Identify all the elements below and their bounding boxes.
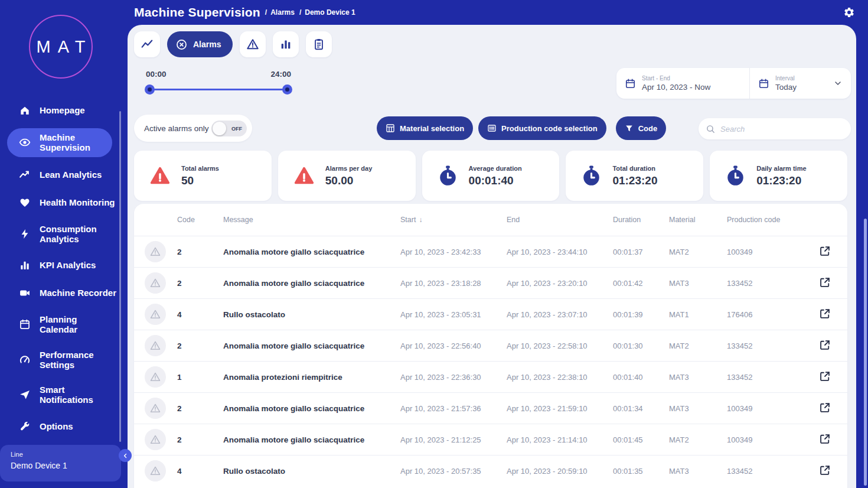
settings-gear-icon[interactable] (843, 6, 855, 18)
column-end[interactable]: End (507, 216, 613, 224)
app-logo: MAT (29, 15, 93, 79)
heart-icon (19, 197, 31, 209)
chevron-down-icon (833, 79, 843, 88)
stopwatch-icon (725, 165, 746, 187)
alarms-table: Code Message Start↓ End Duration Materia… (134, 204, 847, 488)
bolt-icon (19, 228, 31, 240)
cell-start: Apr 10, 2023 - 23:42:33 (400, 248, 507, 256)
cell-end: Apr 10, 2023 - 20:59:10 (507, 467, 613, 476)
table-row[interactable]: 4 Rullo ostacolato Apr 10, 2023 - 20:57:… (134, 455, 847, 486)
breadcrumb-device[interactable]: / Demo Device 1 (299, 8, 355, 17)
sidebar-scrollbar[interactable] (119, 111, 121, 442)
cell-start: Apr 10, 2023 - 22:36:30 (400, 373, 507, 382)
sidebar-item-homepage[interactable]: Homepage (7, 100, 112, 121)
page-title: Machine Supervision (134, 5, 260, 19)
sidebar-item-planning-calendar[interactable]: Planning Calendar (7, 311, 112, 339)
tab-alarms[interactable]: Alarms (167, 31, 233, 57)
cell-material: MAT3 (669, 279, 727, 288)
trend-icon (19, 169, 31, 181)
send-icon (19, 389, 31, 401)
cell-duration: 00:01:45 (613, 435, 669, 444)
open-alarm-icon[interactable] (819, 308, 831, 320)
cell-material: MAT3 (669, 373, 727, 382)
cell-material: MAT3 (669, 467, 727, 476)
alarm-avatar (145, 398, 166, 419)
table-row[interactable]: 2 Anomalia motore giallo sciacquatrice A… (134, 424, 847, 455)
sidebar-collapse-button[interactable] (119, 449, 132, 462)
alarm-avatar (145, 304, 166, 325)
table-row[interactable]: 4 Rullo ostacolato Apr 10, 2023 - 23:05:… (134, 298, 847, 330)
cell-message: Anomalia motore giallo sciacquatrice (223, 435, 400, 444)
search-box (699, 118, 851, 139)
cell-duration: 00:01:42 (613, 279, 669, 288)
alarm-avatar (145, 429, 166, 450)
cell-message: Anomalia motore giallo sciacquatrice (223, 248, 400, 256)
table-row[interactable]: 2 Anomalia motore giallo sciacquatrice A… (134, 392, 847, 424)
sidebar-item-lean-analytics[interactable]: Lean Analytics (7, 165, 112, 185)
sidebar-item-machine-supervision[interactable]: Machine Supervision (7, 128, 112, 157)
open-alarm-icon[interactable] (819, 245, 831, 257)
cell-duration: 00:01:37 (613, 248, 669, 256)
table-row[interactable]: 1 Anomalia protezioni riempitrice Apr 10… (134, 361, 847, 392)
table-row[interactable]: 2 Anomalia motore giallo sciacquatrice A… (134, 267, 847, 298)
tab-trend[interactable] (134, 31, 160, 57)
video-icon (19, 287, 31, 299)
breadcrumb-alarms[interactable]: / Alarms (265, 8, 295, 17)
open-alarm-icon[interactable] (819, 276, 831, 288)
sidebar-item-options[interactable]: Options (7, 417, 112, 437)
cell-duration: 00:01:40 (613, 373, 669, 382)
column-production-code[interactable]: Production code (727, 216, 815, 224)
column-duration[interactable]: Duration (613, 216, 669, 224)
column-material[interactable]: Material (669, 216, 727, 224)
table-body: 2 Anomalia motore giallo sciacquatrice A… (134, 236, 847, 486)
sidebar-item-machine-recorder[interactable]: Machine Recorder (7, 283, 112, 303)
open-alarm-icon[interactable] (819, 402, 831, 414)
column-start[interactable]: Start↓ (400, 216, 507, 224)
active-alarms-toggle[interactable]: OFF (211, 121, 247, 136)
open-alarm-icon[interactable] (819, 433, 831, 445)
open-alarm-icon[interactable] (819, 370, 831, 382)
slider-start-label: 00:00 (146, 70, 167, 79)
sidebar-item-health-monitoring[interactable]: Health Monitoring (7, 193, 112, 213)
sidebar-item-smart-notifications[interactable]: Smart Notifications (7, 381, 112, 409)
bar-chart-icon (19, 259, 31, 271)
breadcrumb-separator: / (265, 8, 267, 17)
column-code[interactable]: Code (177, 216, 223, 224)
search-icon (706, 124, 716, 134)
cell-code: 4 (177, 310, 223, 319)
cell-message: Anomalia protezioni riempitrice (223, 373, 400, 382)
cell-message: Rullo ostacolato (223, 310, 400, 319)
date-controls: Start - End Apr 10, 2023 - Now Interval … (616, 68, 851, 99)
open-alarm-icon[interactable] (819, 339, 831, 351)
column-message[interactable]: Message (223, 216, 400, 224)
date-range-picker[interactable]: Start - End Apr 10, 2023 - Now (616, 68, 750, 99)
sidebar-item-kpi-analytics[interactable]: KPI Analytics (7, 255, 112, 275)
gauge-icon (19, 354, 31, 366)
sidebar-item-consumption-analytics[interactable]: Consumption Analytics (7, 220, 112, 248)
material-selection-button[interactable]: Material selection (377, 116, 473, 140)
stat-alarms-per-day: Alarms per day50.00 (278, 151, 416, 201)
toggle-state-label: OFF (231, 126, 242, 132)
eye-icon (19, 136, 31, 148)
sidebar-item-performance-settings[interactable]: Performance Settings (7, 346, 112, 374)
production-code-selection-button[interactable]: Production code selection (478, 116, 606, 140)
table-row[interactable]: 2 Anomalia motore giallo sciacquatrice A… (134, 236, 847, 267)
tab-report[interactable] (306, 31, 332, 57)
active-alarms-label: Active alarms only (144, 124, 209, 133)
code-filter-button[interactable]: Code (616, 116, 667, 140)
open-alarm-icon[interactable] (819, 464, 831, 476)
filter-buttons: Material selection Production code selec… (377, 116, 666, 140)
slider-handle-end[interactable] (282, 84, 292, 95)
slider-handle-start[interactable] (145, 84, 155, 95)
table-row[interactable]: 2 Anomalia motore giallo sciacquatrice A… (134, 330, 847, 361)
window-scrollbar[interactable] (864, 219, 867, 486)
search-input[interactable] (720, 125, 844, 134)
cell-end: Apr 10, 2023 - 23:20:10 (507, 279, 613, 288)
tab-warnings[interactable] (240, 31, 266, 57)
interval-select[interactable]: Interval Today (750, 68, 851, 99)
tab-statistics[interactable] (273, 31, 299, 57)
device-selector[interactable]: Line Demo Device 1 (0, 445, 121, 482)
date-range-label: Start - End (642, 75, 710, 82)
top-bar: Machine Supervision / Alarms / Demo Devi… (128, 0, 868, 25)
alarm-avatar (145, 335, 166, 356)
